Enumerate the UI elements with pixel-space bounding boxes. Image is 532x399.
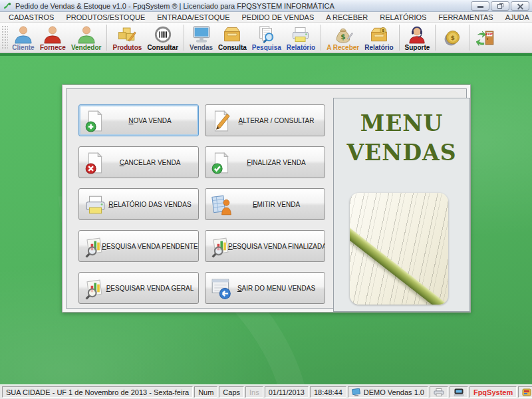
close-button[interactable]	[511, 1, 529, 11]
main-area: NOVA VENDA ALTERAR / CONSULTAR CANCELAR …	[0, 56, 532, 384]
toolbar-button-label: Consultar	[147, 44, 178, 51]
svg-text:$: $	[451, 34, 455, 41]
sheet-person-icon	[210, 194, 233, 216]
status-printer-button[interactable]	[430, 386, 448, 398]
toolbar-separator	[469, 25, 469, 51]
toolbar-consultar-button[interactable]: Consultar	[144, 23, 181, 53]
toolbar-fornecedor-button[interactable]: Fornece	[37, 23, 68, 53]
coin-icon: $	[442, 29, 462, 47]
money-bag-icon: $	[333, 25, 353, 44]
printer-icon	[434, 388, 444, 396]
svg-text:$: $	[340, 33, 345, 41]
toolbar-separator	[184, 25, 184, 51]
toolbar-produtos-button[interactable]: Produtos	[110, 23, 144, 53]
search-chart-icon	[84, 277, 106, 300]
status-brand: FpqSystem	[469, 386, 517, 398]
toolbar-vendedor-button[interactable]: Vendedor	[68, 23, 104, 53]
status-time: 18:48:44	[310, 386, 346, 398]
pen-invoice-photo	[350, 193, 448, 305]
toolbar-cliente-button[interactable]: Cliente	[9, 23, 37, 53]
status-app-button[interactable]	[518, 386, 532, 398]
toolbar: Cliente Fornece Vendedor Produt	[0, 23, 532, 53]
sales-menu-panel-inner: NOVA VENDA ALTERAR / CONSULTAR CANCELAR …	[66, 88, 467, 309]
emitir-venda-button[interactable]: EMITIR VENDA	[205, 188, 325, 220]
finalizar-venda-button[interactable]: FINALIZAR VENDA	[205, 146, 325, 178]
toolbar-button-label: Vendedor	[71, 44, 102, 51]
app-tools-icon	[522, 388, 531, 396]
minimize-button[interactable]	[471, 1, 489, 11]
menu-vendas-side-panel: MENU VENDAS	[333, 98, 470, 312]
app-logo-icon	[3, 1, 12, 10]
menu-produtos-estoque[interactable]: PRODUTOS/ESTOQUE	[60, 13, 151, 21]
toolbar-button-label: Fornece	[40, 44, 66, 51]
relatorio-das-vendas-button[interactable]: RELATÓRIO DAS VENDAS	[78, 188, 199, 220]
status-insert: Ins	[245, 386, 263, 398]
toolbar-separator	[399, 25, 400, 51]
toolbar-coin-button[interactable]: $	[438, 23, 466, 53]
toolbar-button-label: Relatório	[287, 44, 315, 51]
status-computer-button[interactable]	[450, 386, 468, 398]
menu-ferramentas[interactable]: FERRAMENTAS	[432, 13, 499, 21]
toolbar-separator	[435, 25, 436, 51]
product-boxes-icon	[117, 25, 137, 44]
alterar-consultar-button[interactable]: ALTERAR / CONSULTAR	[205, 104, 325, 136]
printer-icon	[291, 25, 311, 44]
menu-vendas-heading: MENU VENDAS	[334, 109, 469, 168]
nova-venda-button[interactable]: NOVA VENDA	[78, 104, 199, 136]
toolbar-exit-button[interactable]: EXIT	[472, 23, 500, 53]
toolbar-separator	[321, 25, 321, 51]
toolbar-button-label: Suporte	[405, 44, 430, 51]
menu-ajuda[interactable]: AJUDA	[499, 13, 532, 21]
edit-document-icon	[210, 110, 233, 132]
status-demo-version: DEMO Vendas 1.0	[348, 386, 428, 398]
status-bar: SUA CIDADE - UF 1 de Novembro de 2013 - …	[0, 384, 532, 399]
toolbar-suporte-button[interactable]: Suporte	[402, 23, 433, 53]
cancelar-venda-button[interactable]: CANCELAR VENDA	[78, 146, 199, 178]
toolbar-button-label: Cliente	[12, 44, 34, 51]
svg-text:EXIT: EXIT	[486, 33, 493, 36]
sair-do-menu-vendas-button[interactable]: SAIR DO MENU VENDAS	[205, 272, 325, 304]
menu-pedido-de-vendas[interactable]: PEDIDO DE VENDAS	[235, 13, 320, 21]
client-person-icon	[13, 25, 33, 44]
exit-window-back-icon	[210, 277, 233, 300]
toolbar-button-label: Pesquisa	[252, 44, 281, 51]
pesquisa-venda-finalizada-button[interactable]: PESQUISA VENDA FINALIZADA	[205, 230, 325, 262]
status-caps-lock: Caps	[219, 386, 244, 398]
toolbar-button-label: Produtos	[112, 44, 142, 51]
restore-button[interactable]	[491, 1, 509, 11]
toolbar-a-receber-button[interactable]: $ A Receber	[324, 23, 362, 53]
cancel-document-icon	[84, 152, 106, 174]
toolbar-consulta-button[interactable]: Consulta	[215, 23, 249, 53]
toolbar-vendas-button[interactable]: Vendas	[187, 23, 215, 53]
menu-cadastros[interactable]: CADASTROS	[3, 13, 60, 21]
title-bar: Pedido de Vendas & Estoque v1.0 - FpqSys…	[0, 0, 532, 12]
menu-a-receber[interactable]: A RECEBER	[320, 13, 374, 21]
menu-bar: CADASTROS PRODUTOS/ESTOQUE ENTRADA/ESTOQ…	[0, 12, 532, 23]
toolbar-button-label: A Receber	[327, 44, 359, 51]
toolbar-separator	[106, 25, 107, 51]
window-title: Pedido de Vendas & Estoque v1.0 - FpqSys…	[15, 2, 471, 10]
status-num-lock: Num	[194, 386, 217, 398]
pesquisa-venda-pendente-button[interactable]: PESQUISA VENDA PENDENTE	[78, 230, 199, 262]
menu-relatorios[interactable]: RELATÓRIOS	[374, 13, 432, 21]
toolbar-button-label: Relatório	[364, 44, 393, 51]
exit-door-icon: EXIT	[476, 29, 496, 47]
app-window: Pedido de Vendas & Estoque v1.0 - FpqSys…	[0, 0, 532, 399]
status-date: 01/11/2013	[265, 386, 309, 398]
seller-person-icon	[76, 25, 96, 44]
toolbar-button-label: Vendas	[190, 44, 213, 51]
toolbar-pesquisa-button[interactable]: Pesquisa	[249, 23, 284, 53]
demo-app-icon	[352, 388, 361, 396]
supplier-person-icon	[43, 25, 63, 44]
toolbar-button-label: Consulta	[218, 44, 247, 51]
file-drawer-icon	[222, 25, 242, 44]
status-location: SUA CIDADE - UF 1 de Novembro de 2013 - …	[2, 386, 193, 398]
documents-search-icon	[257, 25, 277, 44]
check-document-icon	[210, 152, 233, 174]
monitor-icon	[192, 25, 211, 44]
toolbar-grip	[1, 25, 8, 50]
toolbar-relatorio-vendas-button[interactable]: Relatório	[284, 23, 318, 53]
pesquisar-venda-geral-button[interactable]: PESQUISAR VENDA GERAL	[78, 272, 199, 304]
toolbar-relatorio-receber-button[interactable]: $ Relatório	[362, 23, 396, 53]
menu-entrada-estoque[interactable]: ENTRADA/ESTOQUE	[151, 13, 235, 21]
